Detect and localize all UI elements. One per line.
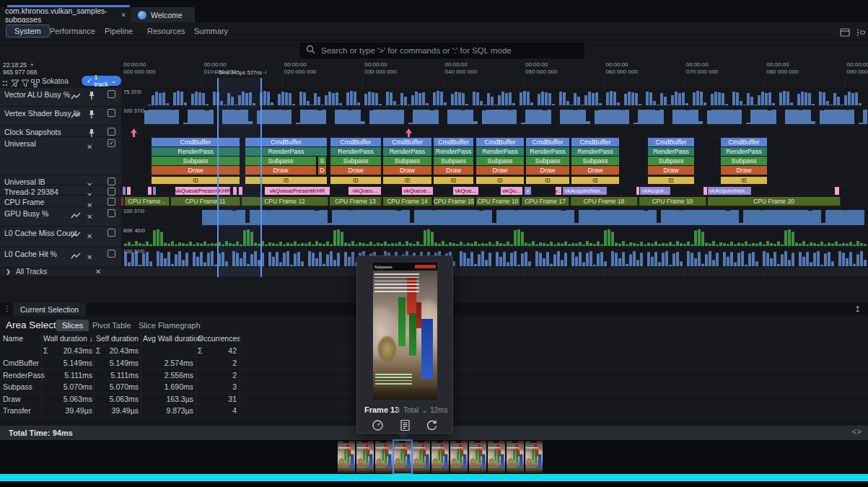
cpu-frame-slice[interactable]: CPU Frame 17 — [522, 197, 569, 206]
track-checkbox[interactable] — [108, 177, 115, 185]
pin-icon[interactable] — [88, 109, 95, 122]
slice-draw[interactable]: Draw — [648, 166, 694, 175]
chart-icon[interactable] — [71, 229, 82, 242]
track-checkbox[interactable] — [108, 109, 115, 117]
chart-icon[interactable] — [71, 250, 82, 263]
tab-performance[interactable]: Performance — [50, 27, 95, 35]
track-label-vertex-shader-busy-[interactable]: Vertex Shader Busy % — [0, 107, 121, 126]
slice-ib[interactable]: IB — [434, 177, 473, 184]
table-header-wall-duration[interactable]: Wall duration ↓ — [43, 334, 93, 343]
table-cell-name[interactable]: Transfer — [3, 406, 40, 415]
tab-pipeline[interactable]: Pipeline — [105, 27, 133, 35]
chart-icon[interactable] — [71, 90, 82, 103]
close-icon[interactable]: ✕ — [87, 229, 92, 242]
slice-subpass[interactable]: Subpass — [383, 157, 431, 165]
frame-thumbnail[interactable]: Subpasses — [338, 441, 355, 473]
slice-cmdbuffer[interactable]: CmdBuffer — [476, 138, 524, 146]
frame-thumbnail[interactable]: Subpasses — [525, 441, 543, 473]
slice-vkacquir[interactable]: vkAcquir... — [640, 187, 670, 195]
slice-renderpass[interactable]: RenderPass — [721, 147, 767, 156]
track-options-icon[interactable] — [856, 27, 866, 40]
track-label-l0-cache-hit-[interactable]: L0 Cache Hit %✕ — [0, 247, 121, 268]
cpu-frame-slice[interactable]: CPU Frame 16 — [476, 197, 520, 206]
close-icon[interactable]: ✕ — [87, 250, 92, 263]
track-label-l0-cache-miss-count[interactable]: L0 Cache Miss Count✕ — [0, 227, 121, 247]
cpu-frame-slice[interactable]: CPU Frame 18 — [571, 197, 638, 206]
menu-dots-icon[interactable]: ⋮ — [4, 304, 11, 312]
close-icon[interactable]: ✕ — [120, 12, 126, 19]
view-tab-pivot-table[interactable]: Pivot Table — [92, 321, 131, 330]
frame-thumbnail[interactable]: Subpasses — [431, 441, 449, 473]
close-icon[interactable]: ✕ — [95, 268, 101, 276]
slice-renderpass[interactable]: RenderPass — [434, 147, 473, 156]
frame-thumbnail[interactable]: Subpasses — [507, 441, 524, 473]
slice-subpass[interactable]: Subpass — [330, 157, 381, 165]
slice-sliver[interactable] — [123, 187, 126, 195]
slice-sliver[interactable] — [153, 187, 156, 195]
cpu-frame-slice[interactable]: CPU Frame 20 — [708, 197, 841, 206]
frame-thumbnail-selected[interactable]: Subpasses — [394, 441, 411, 473]
table-header-self-duration[interactable]: Self duration — [96, 334, 139, 343]
table-header-name[interactable]: Name — [3, 334, 23, 343]
slice-draw[interactable]: Draw — [526, 166, 569, 175]
report-icon[interactable] — [399, 419, 411, 431]
slice-subpass[interactable]: Subpass — [476, 157, 524, 165]
slice-renderpass[interactable]: RenderPass — [383, 147, 431, 156]
table-cell-name[interactable]: CmdBuffer — [3, 359, 40, 367]
frame-thumbnail[interactable]: Subpasses — [413, 441, 430, 473]
chevron-right-icon[interactable]: ❯ — [6, 268, 11, 275]
slice-subpass[interactable]: Subpass — [571, 157, 619, 165]
table-cell-name[interactable]: Subpass — [3, 382, 40, 391]
slice-vkqueu[interactable]: vkQueu... — [348, 187, 381, 195]
slice-sliver[interactable] — [127, 187, 131, 195]
slice-draw[interactable]: Draw — [571, 166, 619, 175]
cpu-frame-slice[interactable]: CPU Frame 13 — [330, 197, 382, 206]
slice-vkqueuepresentkhr[interactable]: vkQueuePresentKHR — [265, 187, 330, 195]
slice-renderpass[interactable]: RenderPass — [571, 147, 619, 156]
selection-region[interactable] — [217, 78, 260, 277]
track-checkbox[interactable] — [108, 229, 115, 237]
slice-draw[interactable]: Draw — [330, 166, 381, 175]
slice-cmdbuffer[interactable]: CmdBuffer — [721, 138, 767, 146]
track-checkbox[interactable] — [108, 128, 115, 136]
frame-preview-image[interactable]: Subpasses — [373, 263, 437, 400]
table-header-occurrences[interactable]: Occurrences — [198, 334, 241, 343]
frame-thumbnail[interactable]: Subpasses — [356, 441, 374, 473]
code-icon[interactable]: <> — [852, 428, 862, 436]
popup-mode-dropdown[interactable]: Total ⌄ — [398, 406, 434, 414]
tab-resources[interactable]: Resources — [147, 27, 185, 35]
slice-ib[interactable]: IB — [721, 177, 767, 184]
slice-subpass[interactable]: Subpass — [526, 157, 569, 165]
slice-vkacquirenex[interactable]: vkAcquireNex... — [708, 187, 751, 195]
slice-draw[interactable]: Draw — [383, 166, 431, 175]
search-input[interactable] — [321, 46, 578, 55]
cpu-frame-slice[interactable]: CPU Frame 15 — [434, 197, 475, 206]
slice-vkacquirenex[interactable]: vkAcquireNex... — [563, 187, 607, 195]
table-header-avg-wall-duration[interactable]: Avg Wall duration — [143, 334, 202, 343]
cpu-frame-slice[interactable] — [121, 197, 124, 206]
slice-v[interactable]: v — [525, 187, 531, 195]
track-label-clock-snapshots[interactable]: Clock Snapshots — [0, 126, 121, 137]
chart-icon[interactable] — [71, 109, 82, 122]
slice-v[interactable]: v... — [556, 187, 561, 195]
slice-cmdbuffer[interactable]: CmdBuffer — [526, 138, 569, 146]
panel-layout-icon[interactable] — [840, 27, 850, 40]
slice-extra[interactable]: S — [318, 157, 326, 165]
pin-icon[interactable] — [88, 90, 95, 103]
slice-renderpass[interactable]: RenderPass — [648, 147, 694, 156]
slice-ib[interactable]: IB — [476, 177, 524, 184]
track-count-pill[interactable]: ✓ 1 track ⌄ — [82, 76, 121, 86]
track-checkbox[interactable] — [108, 198, 115, 206]
track-label-gpu-busy-[interactable]: GPU Busy %✕ — [0, 207, 121, 227]
frame-thumbnail[interactable]: Subpasses — [469, 441, 486, 473]
chart-icon[interactable] — [71, 209, 82, 222]
slice-ib[interactable]: IB — [383, 177, 431, 184]
track-checkbox[interactable] — [108, 188, 115, 196]
slice-vkqu[interactable]: vkQu... — [501, 187, 522, 195]
trace-tab[interactable]: com.khronos.vulkan_samples-subpasses ✕ — [0, 7, 131, 22]
slice-sliver[interactable] — [636, 187, 639, 195]
slice-renderpass[interactable]: RenderPass — [476, 147, 524, 156]
frame-thumbnail[interactable]: Subpasses — [375, 441, 393, 473]
slice-subpass[interactable]: Subpass — [648, 157, 694, 165]
tab-current-selection[interactable]: Current Selection — [13, 303, 86, 315]
